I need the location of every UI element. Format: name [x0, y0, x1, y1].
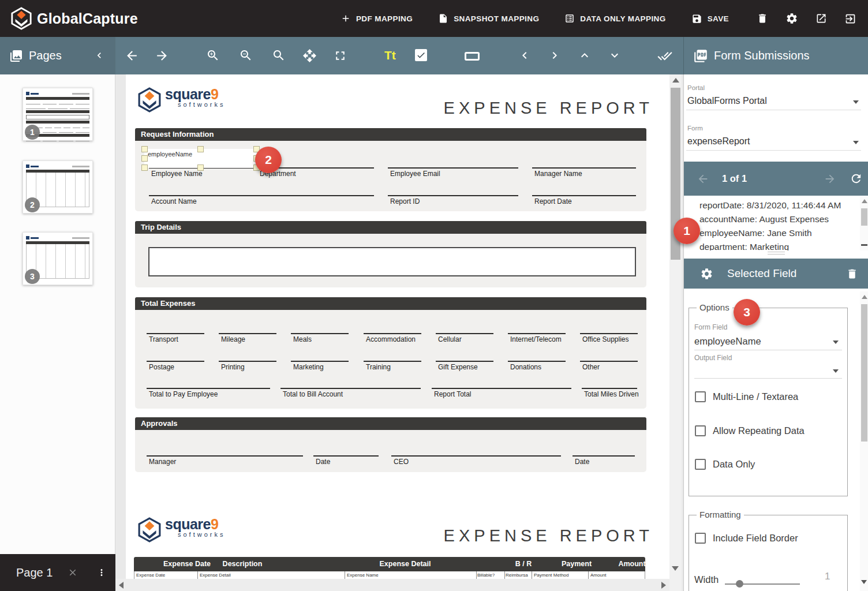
- resize-handle-sw[interactable]: [141, 164, 148, 171]
- form-field-internet-telecom[interactable]: Internet/Telecom: [508, 333, 566, 343]
- pan-tool-button[interactable]: [302, 48, 317, 63]
- form-field-mileage[interactable]: Mileage: [219, 333, 276, 343]
- delete-field-button[interactable]: [846, 268, 858, 280]
- scroll-left-arrow[interactable]: [119, 582, 124, 589]
- move-up-button[interactable]: [578, 48, 592, 62]
- selected-field-overlay[interactable]: employeeName: [144, 149, 257, 168]
- checkbox-unchecked[interactable]: [695, 425, 706, 436]
- form-field-account-name[interactable]: Account Name: [149, 195, 374, 205]
- pdf-mapping-button[interactable]: PDF MAPPING: [341, 13, 413, 24]
- form-field-ceo-date[interactable]: Date: [573, 455, 635, 466]
- form-field-report-total[interactable]: Report Total: [432, 388, 571, 398]
- next-submission-button[interactable]: [824, 173, 836, 185]
- go-forward-button[interactable]: [155, 48, 169, 63]
- scroll-right-arrow[interactable]: [661, 582, 666, 589]
- form-field-training[interactable]: Training: [364, 361, 421, 371]
- scroll-up-arrow[interactable]: [672, 78, 679, 83]
- chevron-down-icon[interactable]: [833, 369, 839, 373]
- resize-handle-w[interactable]: [141, 155, 148, 162]
- resize-handle-nw[interactable]: [141, 146, 148, 152]
- zoom-out-button[interactable]: [239, 48, 253, 62]
- portal-select[interactable]: GlobalForms Portal: [687, 96, 767, 106]
- close-page-button[interactable]: [68, 567, 78, 578]
- field-settings-button[interactable]: [700, 267, 713, 280]
- scroll-up-arrow[interactable]: [862, 199, 867, 203]
- form-field-employee-email[interactable]: Employee Email: [388, 167, 518, 178]
- apply-all-button[interactable]: [657, 48, 672, 63]
- checkbox-unchecked[interactable]: [695, 459, 706, 470]
- scrollbar-thumb[interactable]: [861, 304, 867, 442]
- form-field-other[interactable]: Other: [580, 361, 638, 371]
- zoom-in-button[interactable]: [206, 48, 220, 62]
- previous-submission-button[interactable]: [697, 173, 709, 185]
- prev-field-button[interactable]: [518, 48, 532, 62]
- snapshot-mapping-button[interactable]: SNAPSHOT MAPPING: [438, 13, 539, 24]
- checkbox-unchecked[interactable]: [695, 391, 706, 402]
- form-field-total-miles[interactable]: Total Miles Driven: [582, 388, 637, 398]
- form-field-total-pay-employee[interactable]: Total to Pay Employee: [147, 388, 270, 398]
- text-tool-button[interactable]: Tt: [384, 48, 396, 62]
- field-border-checkbox-row[interactable]: Include Field Border: [695, 533, 798, 544]
- form-field-manager-date[interactable]: Date: [313, 455, 379, 466]
- form-field-total-bill-account[interactable]: Total to Bill Account: [280, 388, 421, 398]
- form-field-gift-expense[interactable]: Gift Expense: [436, 361, 493, 371]
- document-vertical-scrollbar[interactable]: [669, 74, 682, 591]
- document-horizontal-scrollbar[interactable]: [115, 579, 669, 591]
- form-field-accommodation[interactable]: Accommodation: [364, 333, 421, 343]
- repeating-data-checkbox-row[interactable]: Allow Repeating Data: [695, 425, 805, 436]
- chevron-down-icon[interactable]: [853, 141, 859, 144]
- scrollbar-thumb[interactable]: [861, 208, 867, 226]
- chevron-down-icon[interactable]: [833, 341, 839, 344]
- page-options-button[interactable]: [96, 567, 107, 578]
- search-button[interactable]: [272, 48, 286, 62]
- width-slider-thumb[interactable]: [736, 580, 743, 588]
- resize-handle-s[interactable]: [197, 164, 204, 171]
- panel-scrollbar[interactable]: [860, 291, 868, 591]
- form-field-postage[interactable]: Postage: [147, 361, 204, 371]
- multiline-checkbox-row[interactable]: Multi-Line / Textarea: [695, 391, 798, 402]
- form-field-donations[interactable]: Donations: [508, 361, 566, 371]
- trip-details-input[interactable]: [148, 247, 636, 276]
- panel-resize-handle[interactable]: [768, 252, 785, 256]
- scroll-down-arrow[interactable]: [672, 566, 679, 571]
- scroll-down-arrow[interactable]: [861, 244, 867, 246]
- chevron-down-icon[interactable]: [853, 100, 859, 104]
- form-field-printing[interactable]: Printing: [219, 361, 276, 371]
- settings-button[interactable]: [785, 12, 798, 25]
- data-only-checkbox-row[interactable]: Data Only: [695, 459, 755, 470]
- form-field-office-supplies[interactable]: Office Supplies: [580, 333, 638, 343]
- form-select[interactable]: expenseReport: [687, 136, 750, 147]
- checkbox-unchecked[interactable]: [695, 533, 706, 544]
- form-field-manager-signature[interactable]: Manager: [147, 455, 303, 466]
- form-field-cellular[interactable]: Cellular: [436, 333, 493, 343]
- form-field-report-id[interactable]: Report ID: [388, 195, 518, 205]
- form-field-meals[interactable]: Meals: [291, 333, 349, 343]
- scroll-down-arrow[interactable]: [861, 580, 867, 584]
- data-only-mapping-button[interactable]: DATA ONLY MAPPING: [564, 13, 665, 24]
- form-field-transport[interactable]: Transport: [147, 333, 204, 343]
- page-thumbnail-3[interactable]: 3: [23, 232, 93, 285]
- save-button[interactable]: SAVE: [691, 13, 729, 24]
- next-field-button[interactable]: [548, 48, 562, 62]
- checkbox-tool-button[interactable]: [415, 49, 427, 61]
- submission-data-list[interactable]: reportDate: 8/31/2020, 11:46:44 AM accou…: [684, 196, 859, 250]
- fullscreen-button[interactable]: [333, 48, 347, 63]
- scroll-up-arrow[interactable]: [862, 295, 867, 299]
- resize-handle-n[interactable]: [197, 146, 204, 152]
- page-thumbnail-1[interactable]: 1: [23, 88, 93, 141]
- open-in-new-button[interactable]: [815, 13, 827, 24]
- form-field-manager-name[interactable]: Manager Name: [532, 167, 636, 178]
- form-field-ceo-signature[interactable]: CEO: [391, 455, 561, 466]
- form-field-select[interactable]: employeeName: [694, 336, 761, 347]
- form-field-marketing[interactable]: Marketing: [291, 361, 349, 371]
- region-tool-button[interactable]: [465, 52, 480, 61]
- delete-mapping-button[interactable]: [757, 13, 768, 24]
- submission-list-scrollbar[interactable]: [860, 197, 868, 250]
- go-back-button[interactable]: [125, 48, 139, 63]
- page-thumbnail-2[interactable]: 2: [23, 160, 93, 214]
- move-down-button[interactable]: [608, 48, 622, 62]
- collapse-pages-button[interactable]: [93, 50, 105, 61]
- exit-button[interactable]: [844, 13, 856, 25]
- refresh-button[interactable]: [850, 172, 863, 185]
- form-field-report-date[interactable]: Report Date: [532, 195, 636, 205]
